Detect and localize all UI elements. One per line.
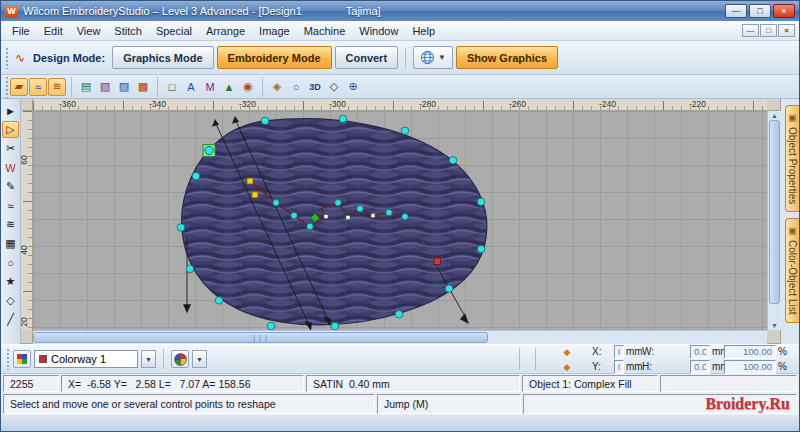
status-bar: 2255 X= -6.58 Y= 2.58 L= 7.07 A= 158.56 … — [1, 374, 799, 393]
horizontal-ruler: -360 -340 -320 -300 -280 -260 -240 -220 — [33, 99, 767, 111]
satin-tool[interactable]: ≋ — [2, 216, 19, 233]
tab-label: Color-Object List — [787, 240, 798, 314]
watermark-panel: Broidery.Ru — [523, 394, 797, 414]
mdi-close-button[interactable]: × — [778, 24, 795, 37]
design-canvas-svg[interactable] — [33, 111, 767, 330]
complex-fill-tool[interactable]: ▦ — [2, 235, 19, 252]
monogram-tool-icon[interactable]: M — [201, 78, 219, 96]
colorway-select[interactable]: Colorway 1 — [34, 350, 138, 368]
zoom-tool-icon[interactable]: ⊕ — [344, 78, 362, 96]
toolbar-drag-handle-2[interactable] — [5, 76, 9, 98]
h-input[interactable] — [690, 360, 710, 374]
h-label: H: — [642, 361, 688, 372]
menu-stitch[interactable]: Stitch — [107, 23, 149, 39]
applique-tool-icon[interactable]: ▲ — [220, 78, 238, 96]
minimize-button[interactable]: — — [725, 4, 747, 18]
freehand-tool[interactable]: ✎ — [2, 178, 19, 195]
mdi-restore-button[interactable]: □ — [760, 24, 777, 37]
menu-arrange[interactable]: Arrange — [199, 23, 252, 39]
design-canvas[interactable] — [33, 111, 767, 330]
stitch-count: 2255 — [3, 375, 59, 392]
scale-x-input[interactable] — [724, 345, 776, 359]
thread-colors-button[interactable] — [13, 350, 31, 368]
colorway-toolbar: Colorway 1 ▼ ▼ ◆ X: mm W: mm % ◆ Y: mm H… — [1, 344, 799, 374]
workspace: -360 -340 -320 -300 -280 -260 -240 -220 … — [21, 99, 781, 344]
menu-window[interactable]: Window — [352, 23, 405, 39]
ruler-label: 20 — [21, 317, 29, 326]
colorway-editor-button[interactable] — [171, 350, 189, 368]
convert-button[interactable]: Convert — [335, 46, 399, 69]
node-edit-tool[interactable]: ◇ — [2, 292, 19, 309]
toolbar-drag-handle[interactable] — [5, 47, 9, 69]
docked-panel-rail: ▣ Object Properties ▣ Color-Object List — [781, 99, 799, 344]
contour-fill-icon[interactable]: ▨ — [115, 78, 133, 96]
buttonhole-tool-icon[interactable]: ◉ — [239, 78, 257, 96]
view-3d-button[interactable]: 3D — [306, 78, 324, 96]
scissors-tool[interactable]: ✂ — [2, 140, 19, 157]
menu-machine[interactable]: Machine — [297, 23, 353, 39]
tatami-fill-icon[interactable]: ▤ — [77, 78, 95, 96]
ruler-label: 60 — [21, 155, 29, 164]
ruler-label: -280 — [419, 99, 436, 109]
close-button[interactable]: × — [773, 4, 795, 18]
y-input[interactable] — [614, 360, 624, 374]
design-mode-label: Design Mode: — [33, 52, 105, 64]
vertical-ruler: 60 40 20 — [21, 111, 33, 330]
stitch-toolbar: ▰ ≈ ≋ ▤ ▧ ▨ ▩ □ A M ▲ ◉ ◈ ○ 3D ◇ ⊕ — [1, 75, 799, 99]
wireframe-view-icon[interactable]: ◇ — [325, 78, 343, 96]
mode-toolbar: ∿ Design Mode: Graphics Mode Embroidery … — [1, 41, 799, 75]
sequin-tool-icon[interactable]: ○ — [287, 78, 305, 96]
lettering-tool[interactable]: W — [2, 159, 19, 176]
measure-tool[interactable]: ╱ — [2, 311, 19, 328]
ruler-corner-right — [767, 99, 781, 111]
punch-tool-icon[interactable]: ▰ — [10, 78, 28, 96]
ruler-label: -320 — [239, 99, 256, 109]
ruler-label: -360 — [59, 99, 76, 109]
menu-image[interactable]: Image — [252, 23, 297, 39]
satin-stitch-icon[interactable]: ≋ — [48, 78, 66, 96]
x-unit: mm — [626, 346, 640, 357]
scale-y-input[interactable] — [724, 360, 776, 374]
fusion-fill-icon[interactable]: ▩ — [134, 78, 152, 96]
tab-object-properties[interactable]: ▣ Object Properties — [785, 105, 799, 212]
selected-node[interactable] — [203, 145, 215, 157]
reshape-tool[interactable]: ▷ — [2, 121, 19, 138]
x-input[interactable] — [614, 345, 624, 359]
stitch-type-info: SATIN 0.40 mm — [306, 375, 520, 392]
w-input[interactable] — [690, 345, 710, 359]
color-wheel-icon[interactable]: ◈ — [268, 78, 286, 96]
maximize-button[interactable]: □ — [749, 4, 771, 18]
menu-special[interactable]: Special — [149, 23, 199, 39]
colorway-editor-dropdown-icon[interactable]: ▼ — [192, 350, 207, 368]
select-tool[interactable]: ► — [2, 102, 19, 119]
scroll-down-icon[interactable]: ▼ — [768, 322, 781, 329]
tab-color-object-list[interactable]: ▣ Color-Object List — [785, 218, 799, 322]
show-graphics-button[interactable]: Show Graphics — [456, 46, 558, 69]
horizontal-scroll-thumb[interactable]: | | | — [33, 332, 488, 343]
menu-edit[interactable]: Edit — [37, 23, 70, 39]
motif-fill-icon[interactable]: ▧ — [96, 78, 114, 96]
ellipse-tool[interactable]: ○ — [2, 254, 19, 271]
y-label: Y: — [592, 361, 612, 372]
lettering-tool-icon[interactable]: A — [182, 78, 200, 96]
vertical-scrollbar[interactable]: ▲ ▼ — [767, 111, 781, 330]
scale-x-unit: % — [778, 346, 792, 357]
outline-tool-icon[interactable]: □ — [163, 78, 181, 96]
hoop-globe-button[interactable]: ▼ — [413, 46, 453, 69]
menu-view[interactable]: View — [70, 23, 108, 39]
toolbar-drag-handle-3[interactable] — [6, 348, 10, 370]
vertical-scroll-thumb[interactable] — [769, 120, 780, 304]
menu-file[interactable]: File — [5, 23, 37, 39]
run-tool[interactable]: ≈ — [2, 197, 19, 214]
horizontal-scrollbar[interactable]: | | | — [33, 330, 767, 344]
run-stitch-icon[interactable]: ≈ — [29, 78, 47, 96]
position-ref-icon: ◆ — [544, 347, 590, 357]
colorway-dropdown-icon[interactable]: ▼ — [141, 350, 156, 368]
current-tool-indicator: Jump (M) — [377, 394, 521, 414]
mdi-minimize-button[interactable]: — — [742, 24, 759, 37]
graphics-mode-button[interactable]: Graphics Mode — [112, 46, 213, 69]
scroll-up-icon[interactable]: ▲ — [768, 112, 781, 119]
star-tool[interactable]: ★ — [2, 273, 19, 290]
embroidery-mode-button[interactable]: Embroidery Mode — [217, 46, 332, 69]
menu-help[interactable]: Help — [405, 23, 442, 39]
